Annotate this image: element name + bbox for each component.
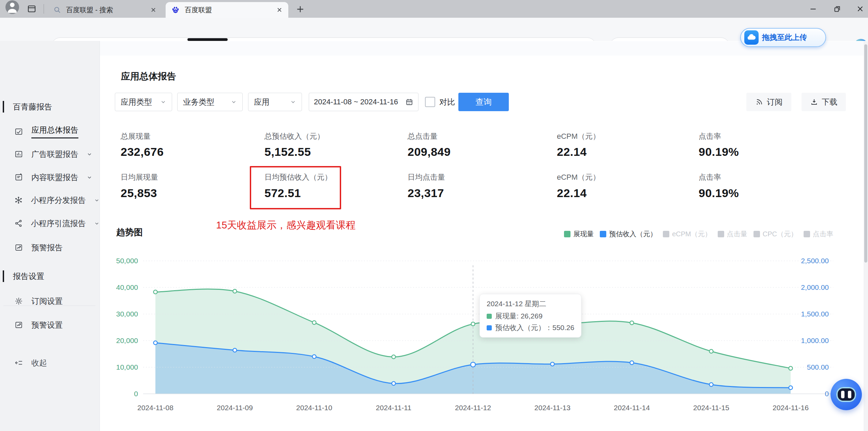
sidebar-group-title: 百青藤报告 <box>13 101 52 113</box>
mini-traffic-icon <box>14 219 23 228</box>
legend-item-4[interactable]: CPC（元） <box>753 229 797 239</box>
sidebar-item-0[interactable]: 应用总体报告 <box>0 120 100 143</box>
stat-value: 25,853 <box>121 187 157 200</box>
legend-swatch <box>600 231 606 237</box>
chevron-down-icon <box>87 151 92 157</box>
browser-tab-active[interactable]: du 百度联盟 <box>166 2 288 18</box>
browser-toolbar: https://union.baidu.com/bqt/appco.html#/… <box>0 18 868 41</box>
sidebar-item-1[interactable]: 广告联盟报告 <box>0 143 100 165</box>
compare-checkbox[interactable] <box>425 97 435 107</box>
date-range-input[interactable]: 2024-11-08 ~ 2024-11-16 <box>309 93 418 111</box>
tooltip-row: 预估收入（元）：550.26 <box>487 323 574 332</box>
workspaces-icon[interactable] <box>27 4 37 14</box>
legend-swatch <box>718 231 724 237</box>
legend-label: CPC（元） <box>763 229 797 239</box>
stat-value: 90.19% <box>699 187 739 200</box>
legend-swatch <box>564 231 570 237</box>
netdisk-cloud-icon <box>744 30 759 45</box>
new-tab-button[interactable] <box>295 4 305 14</box>
right-axis-tick: 500.00 <box>787 362 829 372</box>
sidebar-item-10[interactable]: 订阅设置 <box>0 290 100 312</box>
x-axis-tick: 2024-11-14 <box>601 404 663 412</box>
legend-label: eCPM（元） <box>672 229 712 239</box>
legend-swatch <box>663 231 669 237</box>
legend-label: 展现量 <box>573 229 594 239</box>
business-type-value: 业务类型 <box>183 97 214 107</box>
subscribe-button[interactable]: 订阅 <box>746 93 791 111</box>
tab-title: 百度联盟 - 搜索 <box>66 5 145 15</box>
sidebar-item-2[interactable]: 内容联盟报告 <box>0 166 100 189</box>
download-button[interactable]: 下载 <box>802 93 846 111</box>
robot-face-icon <box>836 387 856 402</box>
x-axis-tick: 2024-11-13 <box>522 404 583 412</box>
mini-dispatch-icon <box>14 196 23 205</box>
chevron-down-icon <box>160 99 166 105</box>
stat-label: 总预估收入（元） <box>264 131 324 142</box>
window-minimize-button[interactable] <box>807 3 819 15</box>
sidebar-item-label: 内容联盟报告 <box>31 172 78 183</box>
content-report-icon <box>14 173 23 182</box>
red-annotation: 15天收益展示，感兴趣观看课程 <box>216 219 355 232</box>
netdisk-upload-badge[interactable]: 拖拽至此上传 <box>740 28 826 47</box>
sidebar: 百青藤报告应用总体报告广告联盟报告内容联盟报告小程序分发报告小程序引流报告预警报… <box>0 41 100 431</box>
collapse-icon <box>14 358 23 367</box>
sidebar-item-4[interactable]: 小程序引流报告 <box>0 212 100 235</box>
screen: 百度联盟 - 搜索 du 百度联盟 <box>0 0 868 431</box>
group-bar <box>3 101 4 113</box>
legend-item-3[interactable]: 点击量 <box>718 229 747 239</box>
tab-divider <box>44 4 44 14</box>
sidebar-item-label: 小程序引流报告 <box>31 218 86 229</box>
stat-label: 总点击量 <box>408 131 438 142</box>
page-title: 应用总体报告 <box>121 70 176 83</box>
ad-report-icon <box>14 150 23 159</box>
legend-item-1[interactable]: 预估收入（元） <box>600 229 657 239</box>
stat-label: 点击率 <box>699 172 721 182</box>
tab-activity-indicator <box>187 38 228 41</box>
sidebar-collapse-button[interactable]: 收起 <box>0 352 100 374</box>
sidebar-item-11[interactable]: 预警设置 <box>0 314 100 336</box>
chevron-down-icon <box>87 175 92 180</box>
close-tab-icon[interactable] <box>276 6 283 13</box>
browser-profile-avatar[interactable] <box>5 0 19 14</box>
sidebar-item-5[interactable]: 预警报告 <box>0 236 100 259</box>
legend-item-0[interactable]: 展现量 <box>564 229 594 239</box>
legend-item-5[interactable]: 点击率 <box>804 229 833 239</box>
alert-report-icon <box>14 243 23 252</box>
window-close-button[interactable] <box>854 3 866 15</box>
tab-title: 百度联盟 <box>185 5 271 15</box>
legend-label: 预估收入（元） <box>609 229 657 239</box>
compare-label: 对比 <box>439 97 455 107</box>
window-restore-button[interactable] <box>831 3 843 15</box>
business-type-select[interactable]: 业务类型 <box>177 93 243 111</box>
sidebar-item-label: 预警设置 <box>31 320 63 330</box>
stat-label: 日均点击量 <box>408 172 445 182</box>
legend-item-2[interactable]: eCPM（元） <box>663 229 712 239</box>
app-select[interactable]: 应用 <box>248 93 302 111</box>
compare-control: 对比 <box>425 93 455 111</box>
left-axis-tick: 40,000 <box>97 283 138 292</box>
stat-value: 232,676 <box>121 145 164 159</box>
baidu-paw-icon: du <box>171 5 180 14</box>
stat-label: 总展现量 <box>121 131 151 142</box>
stat-label: eCPM（元） <box>557 172 600 182</box>
chevron-down-icon <box>231 99 237 105</box>
page-scrollbar-thumb[interactable] <box>864 44 867 263</box>
date-range-value: 2024-11-08 ~ 2024-11-16 <box>314 98 398 106</box>
close-tab-icon[interactable] <box>150 6 157 13</box>
stat-value: 5,152.55 <box>264 145 311 159</box>
stat-label: 日均展现量 <box>121 172 158 182</box>
tooltip-row: 展现量: 26,269 <box>487 311 574 321</box>
sidebar-item-3[interactable]: 小程序分发报告 <box>0 189 100 211</box>
assistant-robot-button[interactable] <box>831 379 862 410</box>
calendar-icon <box>405 98 413 106</box>
x-axis-tick: 2024-11-10 <box>284 404 345 412</box>
sidebar-item-label: 小程序分发报告 <box>31 195 86 206</box>
sidebar-item-label: 应用总体报告 <box>31 125 78 138</box>
collapse-label: 收起 <box>31 358 47 368</box>
download-label: 下载 <box>822 97 837 107</box>
app-type-select[interactable]: 应用类型 <box>115 93 172 111</box>
right-axis-tick: 2,500.00 <box>787 256 829 266</box>
browser-tab-strip: 百度联盟 - 搜索 du 百度联盟 <box>0 0 868 18</box>
query-button[interactable]: 查询 <box>458 93 509 111</box>
browser-tab-inactive[interactable]: 百度联盟 - 搜索 <box>48 2 162 18</box>
